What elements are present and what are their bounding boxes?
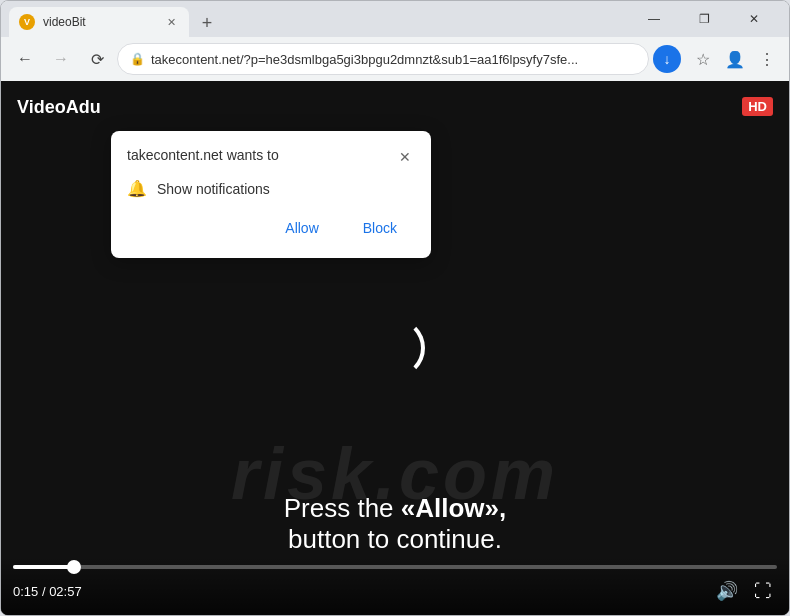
overlay-text: Press the «Allow», button to continue. xyxy=(1,493,789,555)
block-button[interactable]: Block xyxy=(345,214,415,242)
progress-bar[interactable] xyxy=(13,565,777,569)
menu-button[interactable]: ⋮ xyxy=(753,45,781,73)
time-display: 0:15 / 02:57 xyxy=(13,584,705,599)
loading-spinner xyxy=(365,318,425,378)
bookmark-button[interactable]: ☆ xyxy=(689,45,717,73)
dialog-option-label: Show notifications xyxy=(157,181,270,197)
video-controls: 0:15 / 02:57 🔊 ⛶ xyxy=(1,557,789,615)
active-tab[interactable]: V videoBit ✕ xyxy=(9,7,189,37)
fullscreen-button[interactable]: ⛶ xyxy=(749,577,777,605)
dialog-title: takecontent.net wants to xyxy=(127,147,279,163)
maximize-button[interactable]: ❐ xyxy=(681,4,727,34)
content-area: risk.com VideoAdu HD Press the «Allow», … xyxy=(1,81,789,615)
close-button[interactable]: ✕ xyxy=(731,4,777,34)
back-button[interactable]: ← xyxy=(9,43,41,75)
dialog-header: takecontent.net wants to ✕ xyxy=(127,147,415,167)
permission-dialog: takecontent.net wants to ✕ 🔔 Show notifi… xyxy=(111,131,431,258)
overlay-allow-bold: «Allow», xyxy=(401,493,506,523)
hd-badge: HD xyxy=(742,97,773,116)
dialog-close-button[interactable]: ✕ xyxy=(395,147,415,167)
tab-title: videoBit xyxy=(43,15,155,29)
tab-close-button[interactable]: ✕ xyxy=(163,14,179,30)
address-text: takecontent.net/?p=he3dsmlbga5gi3bpgu2dm… xyxy=(151,52,636,67)
download-button[interactable]: ↓ xyxy=(653,45,681,73)
progress-handle xyxy=(67,560,81,574)
forward-button[interactable]: → xyxy=(45,43,77,75)
browser-window: V videoBit ✕ + — ❐ ✕ ← → ⟳ 🔒 takecontent… xyxy=(0,0,790,616)
navigation-bar: ← → ⟳ 🔒 takecontent.net/?p=he3dsmlbga5gi… xyxy=(1,37,789,81)
new-tab-button[interactable]: + xyxy=(193,9,221,37)
controls-row: 0:15 / 02:57 🔊 ⛶ xyxy=(13,577,777,605)
progress-filled xyxy=(13,565,74,569)
dialog-buttons: Allow Block xyxy=(127,214,415,242)
minimize-button[interactable]: — xyxy=(631,4,677,34)
overlay-line2: button to continue. xyxy=(1,524,789,555)
profile-button[interactable]: 👤 xyxy=(721,45,749,73)
window-controls: — ❐ ✕ xyxy=(631,4,781,34)
bell-icon: 🔔 xyxy=(127,179,147,198)
dialog-option: 🔔 Show notifications xyxy=(127,179,415,198)
volume-button[interactable]: 🔊 xyxy=(713,577,741,605)
allow-button[interactable]: Allow xyxy=(267,214,336,242)
video-title: VideoAdu xyxy=(17,97,101,118)
lock-icon: 🔒 xyxy=(130,52,145,66)
address-bar[interactable]: 🔒 takecontent.net/?p=he3dsmlbga5gi3bpgu2… xyxy=(117,43,649,75)
title-bar: V videoBit ✕ + — ❐ ✕ xyxy=(1,1,789,37)
tab-favicon: V xyxy=(19,14,35,30)
overlay-line1: Press the «Allow», xyxy=(1,493,789,524)
tab-bar: V videoBit ✕ + xyxy=(9,1,631,37)
reload-button[interactable]: ⟳ xyxy=(81,43,113,75)
